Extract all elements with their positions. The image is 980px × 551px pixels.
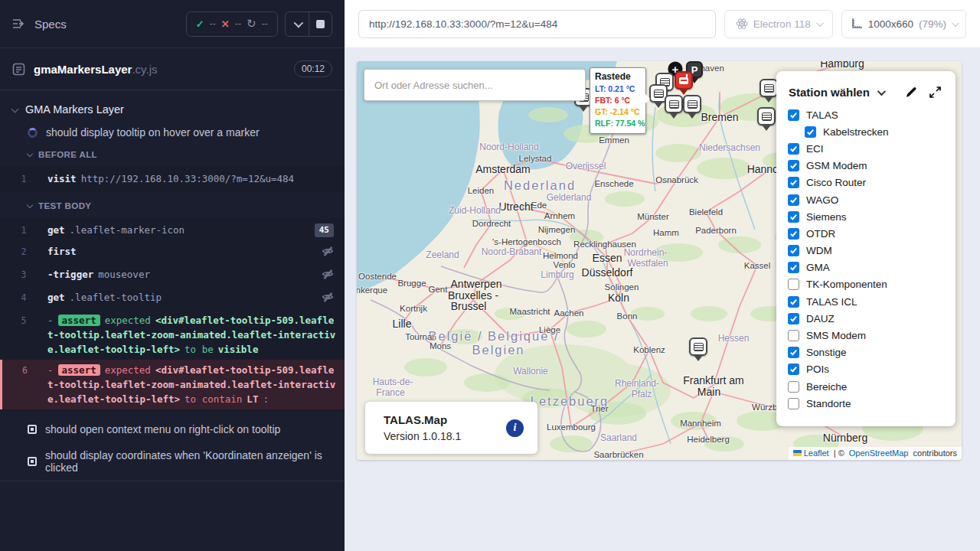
url-input[interactable] [358, 10, 716, 38]
layer-checkbox-list: TALASKabelstreckenECIGSM ModemCisco Rout… [776, 106, 956, 412]
spec-name: gmaMarkersLayer.cy.js [34, 63, 157, 76]
collapse-tests-button[interactable] [286, 12, 309, 36]
layer-checkbox-row[interactable]: TALAS [776, 106, 956, 123]
osm-link[interactable]: OpenStreetMap [849, 448, 909, 458]
layer-checkbox-row[interactable]: POIs [776, 361, 956, 378]
x-icon: ✕ [221, 18, 230, 30]
pending-test[interactable]: should open context menu on right-click … [0, 416, 345, 442]
search-input[interactable] [364, 69, 586, 101]
checkbox-checked[interactable] [788, 109, 799, 121]
map-label: Hauts-de- [373, 377, 413, 387]
station-marker[interactable] [760, 79, 778, 97]
layer-checkbox-row[interactable]: Sonstige [776, 344, 956, 361]
command-method: get [47, 292, 65, 303]
layer-checkbox-row[interactable]: TK-Komponenten [776, 276, 956, 293]
specs-menu-icon[interactable] [12, 18, 26, 30]
expand-icon[interactable] [929, 86, 942, 99]
test-body-section[interactable]: TEST BODY [0, 197, 345, 215]
selected-station-marker[interactable] [675, 71, 693, 90]
command-row[interactable]: 1get.leaflet-marker-icon45 [0, 220, 345, 241]
map-label: Helmond [543, 251, 578, 260]
layer-checkbox-row[interactable]: Standorte [776, 395, 956, 412]
command-row[interactable]: 1 visithttp://192.168.10.33:3000/?m=12&u… [0, 168, 345, 190]
reporter-header: Specs ✓--✕--↻-- [0, 0, 345, 48]
hidden-eye-icon [322, 245, 334, 261]
marker-tooltip[interactable]: Rastede LT: 0.21 °CFBT: 6 °CGT: -2.14 °C… [590, 67, 646, 134]
command-row[interactable]: 4get.leaflet-tooltip [0, 287, 345, 310]
command-number: 3 [0, 267, 47, 284]
layer-checkbox-row[interactable]: SMS Modem [776, 327, 956, 344]
checkbox-checked[interactable] [788, 313, 799, 324]
stop-run-button[interactable] [309, 12, 332, 36]
pending-test-title: should open context menu on right-click … [45, 423, 280, 435]
checkbox-unchecked[interactable] [788, 330, 799, 341]
map-label: Bremen [701, 111, 738, 123]
checkbox-checked[interactable] [805, 126, 816, 138]
layer-checkbox-row[interactable]: Cisco Router [776, 174, 956, 191]
checkbox-checked[interactable] [788, 296, 799, 308]
assert-pass-pill: assert [58, 315, 100, 326]
map-label: Niedersachsen [699, 142, 760, 153]
checkbox-checked[interactable] [788, 160, 799, 171]
layer-checkbox-row[interactable]: TALAS ICL [776, 293, 956, 310]
command-row[interactable]: 3-triggermouseover [0, 264, 345, 287]
checkbox-checked[interactable] [788, 211, 799, 223]
checkbox-unchecked[interactable] [788, 381, 799, 393]
map-label: Düsseldorf [582, 266, 633, 279]
layer-checkbox-row[interactable]: WDM [776, 243, 956, 259]
spec-file-row[interactable]: gmaMarkersLayer.cy.js 00:12 [0, 48, 345, 90]
viewport-select[interactable]: 1000x660 (79%) [841, 10, 966, 38]
pending-test[interactable]: should display coordinates when 'Koordin… [0, 442, 345, 481]
command-row[interactable]: 2first [0, 241, 345, 264]
layer-checkbox-row[interactable]: ECI [776, 140, 956, 157]
assert-passed-row[interactable]: 5 -assertexpected<div#leaflet-tooltip-50… [0, 310, 345, 360]
edit-pencil-icon[interactable] [905, 86, 918, 99]
command-body: -triggermouseover [47, 267, 312, 284]
stat-check-count: -- [210, 18, 216, 29]
info-icon[interactable]: i [506, 419, 524, 437]
station-marker[interactable] [757, 107, 776, 126]
layer-checkbox-row[interactable]: GSM Modem [776, 158, 956, 174]
command-extras [312, 244, 345, 261]
map-label: 's-Hertogenbosch [492, 237, 561, 246]
viewport-icon [851, 18, 863, 30]
layer-checkbox-row[interactable]: Kabelstrecken [776, 123, 956, 140]
checkbox-checked[interactable] [788, 364, 799, 375]
checkbox-checked[interactable] [788, 228, 799, 240]
checkbox-checked[interactable] [788, 143, 799, 155]
map-label: Luxembourg [547, 422, 596, 432]
before-all-section[interactable]: BEFORE ALL [0, 145, 345, 164]
layer-checkbox-row[interactable]: GMA [776, 259, 956, 276]
leaflet-link[interactable]: Leaflet [804, 448, 829, 458]
command-args: .leaflet-marker-icon [70, 224, 185, 236]
checkbox-unchecked[interactable] [788, 398, 799, 409]
layer-checkbox-row[interactable]: Bereiche [776, 378, 956, 395]
layer-label: Siemens [806, 211, 847, 223]
station-select-label[interactable]: Station wählen [789, 86, 870, 99]
checkbox-checked[interactable] [788, 194, 799, 206]
layer-checkbox-row[interactable]: WAGO [776, 191, 956, 208]
chevron-down-icon [952, 19, 959, 27]
checkbox-checked[interactable] [788, 262, 799, 273]
rack-icon [764, 84, 774, 93]
chevron-down-icon[interactable] [877, 86, 886, 95]
leaflet-map[interactable]: HamburgerhavenBremenEmmenNoord-HollandNi… [357, 61, 962, 460]
map-label: Saarbrücken [593, 450, 643, 459]
checkbox-checked[interactable] [788, 245, 799, 256]
layer-label: Sonstige [806, 347, 847, 358]
checkbox-checked[interactable] [788, 177, 799, 188]
checkbox-unchecked[interactable] [788, 279, 799, 290]
assert-failed-row[interactable]: 6 -assertexpected<div#leaflet-tooltip-50… [0, 360, 345, 409]
hidden-eye-icon [322, 291, 334, 307]
browser-select[interactable]: Electron 118 [724, 10, 833, 38]
suite-title[interactable]: GMA Markers Layer [0, 98, 345, 121]
active-test[interactable]: should display tooltip on hover over a m… [0, 121, 345, 145]
check-icon: ✓ [196, 18, 204, 30]
layer-checkbox-row[interactable]: DAUZ [776, 310, 956, 327]
chevron-down-icon [27, 202, 33, 208]
layer-checkbox-row[interactable]: OTDR [776, 225, 956, 242]
checkbox-checked[interactable] [788, 347, 799, 358]
station-marker[interactable] [689, 337, 707, 356]
layer-label: POIs [806, 364, 829, 375]
layer-checkbox-row[interactable]: Siemens [776, 208, 956, 225]
